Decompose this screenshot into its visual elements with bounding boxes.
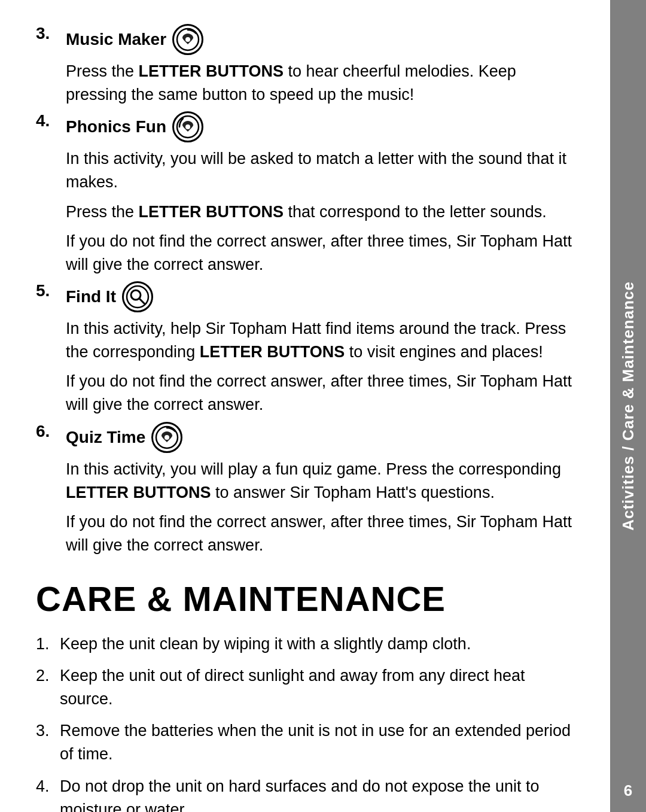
activity-5-number: 5. [36, 281, 66, 300]
care-item-3: 3. Remove the batteries when the unit is… [36, 719, 580, 766]
activity-3-title: Music Maker [66, 30, 166, 49]
activity-4-para-1: In this activity, you will be asked to m… [66, 147, 580, 194]
activity-6-body: Quiz Time In this activity, you will pla… [66, 422, 580, 558]
activity-4-header: Phonics Fun [66, 111, 580, 142]
activity-6: 6. Quiz Time In this activity, you will … [36, 422, 580, 558]
care-item-2-text: Keep the unit out of direct sunlight and… [60, 664, 580, 711]
activity-4: 4. Phonics Fun In this activity, you wil… [36, 111, 580, 276]
care-item-3-num: 3. [36, 719, 60, 743]
activity-5-header: Find It [66, 281, 580, 312]
activity-5-para-1: In this activity, help Sir Topham Hatt f… [66, 317, 580, 364]
care-title: CARE & MAINTENANCE [36, 580, 580, 618]
care-item-2: 2. Keep the unit out of direct sunlight … [36, 664, 580, 711]
care-item-4-num: 4. [36, 775, 60, 798]
quiz-time-icon [151, 422, 182, 453]
phonics-fun-icon [172, 111, 203, 142]
activity-6-para-2: If you do not find the correct answer, a… [66, 510, 580, 557]
activity-3-number: 3. [36, 24, 66, 43]
svg-line-6 [139, 299, 145, 304]
activity-3-para-1: Press the LETTER BUTTONS to hear cheerfu… [66, 60, 580, 107]
activity-6-para-1: In this activity, you will play a fun qu… [66, 458, 580, 504]
svg-point-8 [164, 435, 169, 440]
activity-4-para-3: If you do not find the correct answer, a… [66, 230, 580, 276]
care-item-1-num: 1. [36, 632, 60, 656]
care-item-4-text: Do not drop the unit on hard surfaces an… [60, 775, 580, 812]
activity-6-number: 6. [36, 422, 66, 441]
music-maker-icon [172, 24, 203, 55]
activity-4-number: 4. [36, 111, 66, 130]
svg-point-1 [185, 37, 190, 42]
activity-5: 5. Find It In this activity, help Sir To… [36, 281, 580, 417]
activity-3-header: Music Maker [66, 24, 580, 55]
care-list: 1. Keep the unit clean by wiping it with… [36, 632, 580, 812]
care-item-3-text: Remove the batteries when the unit is no… [60, 719, 580, 766]
care-maintenance-section: CARE & MAINTENANCE 1. Keep the unit clea… [36, 580, 580, 812]
care-item-2-num: 2. [36, 664, 60, 688]
find-it-icon [122, 281, 153, 312]
activity-5-title: Find It [66, 287, 116, 306]
activity-5-para-2: If you do not find the correct answer, a… [66, 370, 580, 416]
activity-4-body: Phonics Fun In this activity, you will b… [66, 111, 580, 276]
activity-3-body: Music Maker Press the LETTER BUTTONS to … [66, 24, 580, 107]
main-content: 3. Music Maker Press the LETTER BUTTONS … [0, 0, 610, 812]
svg-point-3 [185, 124, 190, 129]
care-item-1-text: Keep the unit clean by wiping it with a … [60, 632, 580, 656]
page-number: 6 [610, 781, 646, 800]
activity-6-title: Quiz Time [66, 428, 145, 447]
activity-6-header: Quiz Time [66, 422, 580, 453]
sidebar-label: Activities / Care & Maintenance [619, 281, 638, 531]
activity-4-title: Phonics Fun [66, 117, 166, 136]
activity-5-body: Find It In this activity, help Sir Topha… [66, 281, 580, 417]
activity-3: 3. Music Maker Press the LETTER BUTTONS … [36, 24, 580, 107]
activity-4-para-2: Press the LETTER BUTTONS that correspond… [66, 200, 580, 224]
care-item-1: 1. Keep the unit clean by wiping it with… [36, 632, 580, 656]
sidebar: Activities / Care & Maintenance 6 [610, 0, 646, 812]
care-item-4: 4. Do not drop the unit on hard surfaces… [36, 775, 580, 812]
